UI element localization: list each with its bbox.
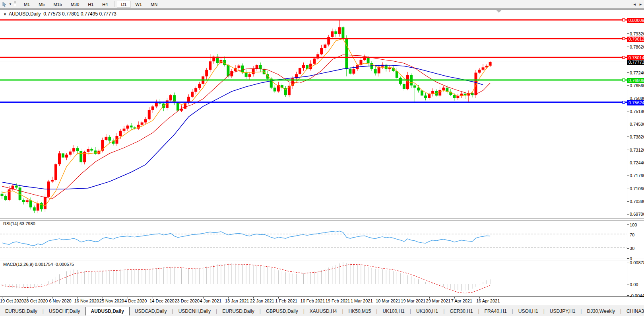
candle-body — [299, 68, 301, 74]
price-axis-tick: 0.78620 — [627, 45, 644, 49]
candle-body — [54, 164, 57, 180]
chart-window: ▼AUDUSD,Daily 0.77573 0.77801 0.77495 0.… — [0, 9, 644, 297]
price-rsi-separator[interactable] — [0, 218, 644, 221]
chart-tab-usdcad-daily[interactable]: USDCAD,Daily — [130, 307, 172, 315]
rsi-axis-tick: 100 — [627, 222, 637, 227]
price-axis-tick: 0.72440 — [627, 160, 644, 165]
candle-body — [209, 61, 211, 70]
chart-tab-hk50-m15[interactable]: HK50,M15 — [343, 307, 376, 315]
chart-tab-usdjpy-h1[interactable]: USDJPY,H1 — [545, 307, 580, 315]
rsi-label: RSI(14) 63.7980 — [3, 221, 35, 226]
candle-body — [237, 66, 240, 68]
price-axis-tick: 0.75180 — [627, 109, 644, 114]
candle-body — [198, 84, 201, 88]
chart-tab-ger30-h1[interactable]: GER30,H1 — [444, 307, 478, 315]
chart-title: ▼AUDUSD,Daily 0.77573 0.77801 0.77495 0.… — [3, 11, 116, 17]
cursor-tool-button[interactable]: ▼ — [2, 2, 12, 7]
candle-body — [58, 153, 61, 164]
date-axis-label: 28 Oct 2020 — [24, 298, 48, 303]
timeframe-button-mn[interactable]: MN — [147, 1, 161, 8]
price-axis-tick: 0.77240 — [627, 70, 644, 75]
timeframe-button-m1[interactable]: M1 — [20, 1, 34, 8]
timeframe-button-m5[interactable]: M5 — [35, 1, 48, 8]
timeframe-button-h4[interactable]: H4 — [98, 1, 112, 8]
current-price-label: 0.77773 — [627, 60, 644, 65]
date-axis-label: 25 Nov 2020 — [99, 298, 124, 303]
candle-body — [90, 149, 93, 150]
chart-tab-xauusd-h4[interactable]: XAUUSD,H4 — [305, 307, 342, 315]
candle-body — [8, 189, 11, 200]
candle-body — [453, 95, 456, 98]
candle-body — [442, 88, 445, 90]
candle-body — [341, 27, 344, 38]
candle-body — [119, 131, 122, 136]
candle-body — [126, 126, 129, 129]
date-axis-label: 29 Mar 2021 — [426, 298, 451, 303]
candle-body — [62, 153, 64, 157]
timeframe-button-h1[interactable]: H1 — [84, 1, 97, 8]
candle-body — [431, 91, 434, 94]
chart-tab-usdchf-daily[interactable]: USDCHF,Daily — [44, 307, 85, 315]
rsi-line — [2, 231, 490, 246]
line-handle[interactable] — [623, 19, 625, 21]
candle-body — [177, 102, 179, 111]
chart-tab-usdcnh-daily[interactable]: USDCNH,Daily — [173, 307, 216, 315]
candle-body — [191, 92, 194, 97]
macd-label: MACD(12,26,9) 0.001754 -0.000575 — [3, 262, 74, 267]
chart-tab-eurusd-daily[interactable]: EURUSD,Daily — [0, 307, 43, 315]
chart-symbol-label: AUDUSD,Daily — [9, 11, 41, 17]
date-axis-label: 22 Jan 2021 — [250, 298, 274, 303]
candle-body — [29, 200, 32, 207]
chart-tab-gbpusd-daily[interactable]: GBPUSD,Daily — [261, 307, 303, 315]
line-handle[interactable] — [623, 79, 625, 81]
toolbar-drag-handle[interactable] — [14, 1, 16, 7]
price-axis-tick: 0.71060 — [627, 186, 644, 191]
chart-ohlc-values: 0.77573 0.77801 0.77495 0.77773 — [43, 11, 116, 17]
candle-body — [33, 207, 36, 211]
candle-body — [403, 84, 405, 89]
chart-tab-dj30-weekly[interactable]: DJ30,Weekly — [582, 307, 620, 315]
price-axis-tick: 0.71760 — [627, 173, 644, 178]
chart-tab-china300-h1[interactable]: CHINA300,H1 — [621, 307, 644, 315]
chevron-down-icon[interactable]: ▼ — [9, 2, 12, 6]
candle-body — [22, 200, 25, 202]
price-axis-tick: 0.79320 — [627, 31, 644, 36]
tab-scroll-arrows[interactable]: ◄ ► — [631, 2, 643, 6]
chart-tab-usoil-h1[interactable]: USOil,H1 — [513, 307, 543, 315]
macd-axis-tick: 0.00 — [627, 282, 638, 287]
line-handle[interactable] — [623, 56, 625, 59]
date-axis-label: 1 Mar 2021 — [351, 298, 373, 303]
candle-body — [274, 88, 276, 91]
timeframe-button-d1[interactable]: D1 — [117, 1, 130, 8]
chart-canvas[interactable] — [0, 10, 627, 297]
collapse-triangle-icon[interactable]: ▼ — [3, 12, 7, 16]
chart-tab-uk100-h1[interactable]: UK100,H1 — [377, 307, 409, 315]
level-price-label: 0.80009 — [627, 18, 644, 23]
macd-axis-tick: 0.008782 — [627, 260, 644, 265]
chart-tab-audusd-daily[interactable]: AUDUSD,Daily — [85, 307, 130, 316]
candle-body — [331, 31, 334, 37]
candle-body — [141, 123, 144, 125]
date-axis-label: 19 Mar 2021 — [401, 298, 425, 303]
chart-tab-fra40-h1[interactable]: FRA40,H1 — [479, 307, 512, 315]
date-axis[interactable]: 19 Oct 202028 Oct 20206 Nov 202016 Nov 2… — [0, 297, 644, 306]
rsi-macd-separator[interactable] — [0, 259, 644, 261]
timeframe-button-w1[interactable]: W1 — [131, 1, 146, 8]
toolbar-separator — [114, 1, 114, 7]
date-axis-label: 16 Apr 2021 — [476, 298, 500, 303]
chart-tab-uk100-h1[interactable]: UK100,H1 — [411, 307, 443, 315]
price-axis[interactable]: 0.793200.786200.772400.765600.758800.751… — [627, 10, 644, 296]
candle-body — [241, 66, 244, 72]
line-handle[interactable] — [623, 101, 625, 103]
candle-body — [26, 200, 29, 202]
chart-tab-eurusd-daily[interactable]: EURUSD,Daily — [217, 307, 260, 315]
candle-body — [399, 78, 402, 84]
line-handle[interactable] — [623, 37, 625, 40]
timeframe-button-m15[interactable]: M15 — [49, 1, 66, 8]
candle-body — [51, 180, 54, 181]
candle-body — [482, 67, 485, 70]
level-price-label: 0.76809 — [627, 78, 644, 83]
timeframe-button-m30[interactable]: M30 — [67, 1, 83, 8]
candle-body — [252, 68, 255, 74]
candle-body — [424, 96, 427, 98]
